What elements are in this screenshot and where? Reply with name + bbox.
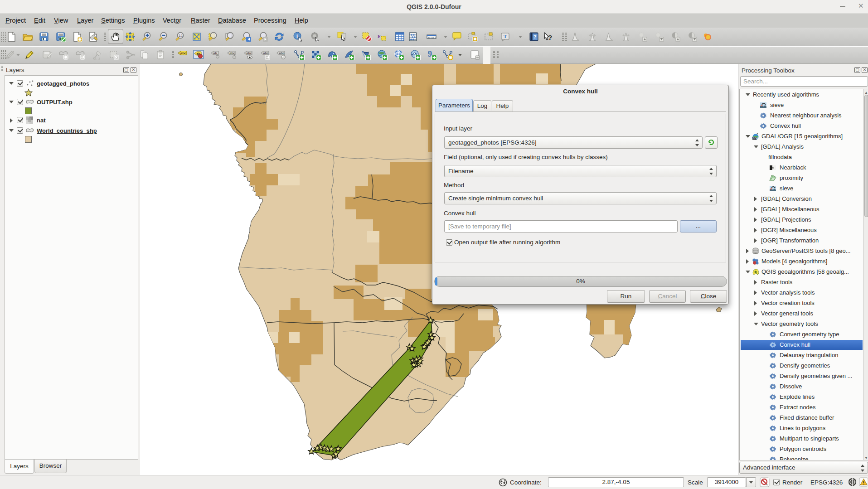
svg-text:abc: abc <box>247 52 252 55</box>
svg-text:abc: abc <box>180 51 186 55</box>
svg-text:abc: abc <box>263 52 269 55</box>
svg-text:ε: ε <box>378 32 381 39</box>
svg-text:?: ? <box>548 34 552 41</box>
svg-text:?: ? <box>533 34 537 39</box>
svg-text:9: 9 <box>428 49 432 58</box>
svg-text:abc: abc <box>230 52 235 55</box>
svg-text:i: i <box>296 33 298 39</box>
svg-text:T: T <box>504 34 507 39</box>
svg-text:ab: ab <box>213 52 217 55</box>
svg-text:1:1: 1:1 <box>179 34 183 37</box>
svg-text:abc: abc <box>279 52 285 55</box>
